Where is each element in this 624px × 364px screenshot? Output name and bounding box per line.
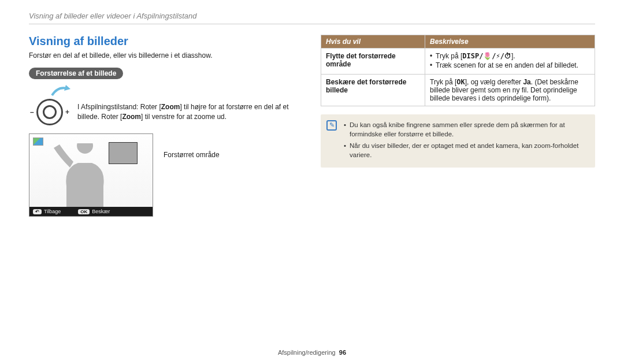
- row2-body: Tryk på [OK], og vælg derefter Ja. (Det …: [425, 75, 595, 106]
- page-footer: Afspilning/redigering 96: [0, 349, 624, 356]
- intro-text: Forstør en del af et billede, eller vis …: [29, 51, 303, 60]
- back-button[interactable]: ↶ Tilbage: [33, 209, 61, 214]
- rotate-arrows-icon: [50, 85, 70, 98]
- table-header-left: Hvis du vil: [321, 35, 425, 49]
- breadcrumb: Visning af billeder eller videoer i Afsp…: [29, 12, 595, 24]
- note-icon: ✎: [326, 120, 337, 131]
- photo-icon: [33, 138, 43, 146]
- zoom-region-box: [109, 142, 138, 164]
- preview-frame: ↶ Tilbage OK Beskær: [29, 133, 153, 217]
- back-key-icon: ↶: [33, 209, 42, 214]
- section-title: Visning af billeder: [29, 35, 303, 48]
- actions-table: Hvis du vil Beskrivelse Flytte det forst…: [321, 35, 595, 106]
- zoom-box-caption: Forstørret område: [164, 133, 220, 159]
- table-row: Flytte det forstørrede område Tryk på [D…: [321, 49, 595, 75]
- zoom-dial-illustration: – +: [29, 88, 70, 125]
- row1-body: Tryk på [DISP/🌷/⚡/⏱]. Træk scenen for at…: [425, 49, 595, 75]
- table-row: Beskære det forstørrede billede Tryk på …: [321, 75, 595, 106]
- row1-head: Flytte det forstørrede område: [321, 49, 425, 75]
- plus-icon: +: [65, 108, 69, 116]
- left-column: Visning af billeder Forstør en del af et…: [29, 35, 303, 217]
- crop-label: Beskær: [92, 209, 110, 214]
- svg-marker-0: [64, 85, 70, 91]
- note-item: Når du viser billeder, der er optaget me…: [344, 141, 588, 159]
- table-header-right: Beskrivelse: [425, 35, 595, 49]
- ok-key-icon: OK: [456, 78, 465, 86]
- note-box: ✎ Du kan også knibe fingrene sammen elle…: [321, 114, 595, 168]
- ok-key-icon: OK: [78, 209, 90, 214]
- row2-head: Beskære det forstørrede billede: [321, 75, 425, 106]
- footer-section: Afspilning/redigering: [278, 349, 336, 356]
- subsection-pill: Forstørrelse af et billede: [29, 68, 123, 79]
- right-column: Hvis du vil Beskrivelse Flytte det forst…: [321, 35, 595, 217]
- zoom-instructions: I Afspilningstilstand: Roter [Zoom] til …: [77, 88, 303, 122]
- note-item: Du kan også knibe fingrene sammen eller …: [344, 120, 588, 139]
- page-number: 96: [339, 349, 346, 356]
- minus-icon: –: [30, 108, 34, 116]
- crop-button[interactable]: OK Beskær: [78, 209, 110, 214]
- back-label: Tilbage: [44, 209, 61, 214]
- disp-buttons-icon: DISP/🌷/⚡/⏱: [462, 52, 511, 60]
